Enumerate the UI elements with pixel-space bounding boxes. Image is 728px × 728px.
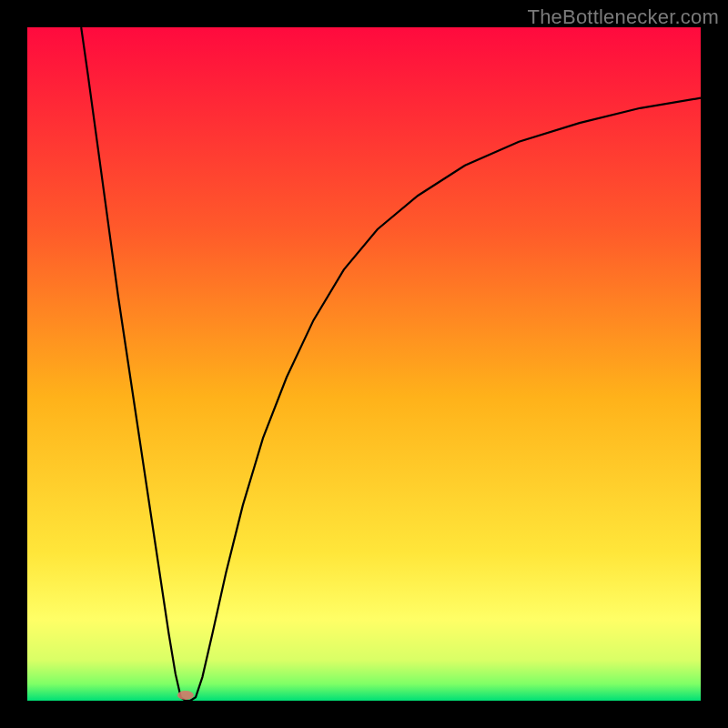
watermark-text: TheBottlenecker.com	[528, 5, 719, 29]
chart-svg	[27, 27, 701, 701]
chart-frame	[27, 27, 701, 701]
marker-dot	[177, 691, 194, 700]
